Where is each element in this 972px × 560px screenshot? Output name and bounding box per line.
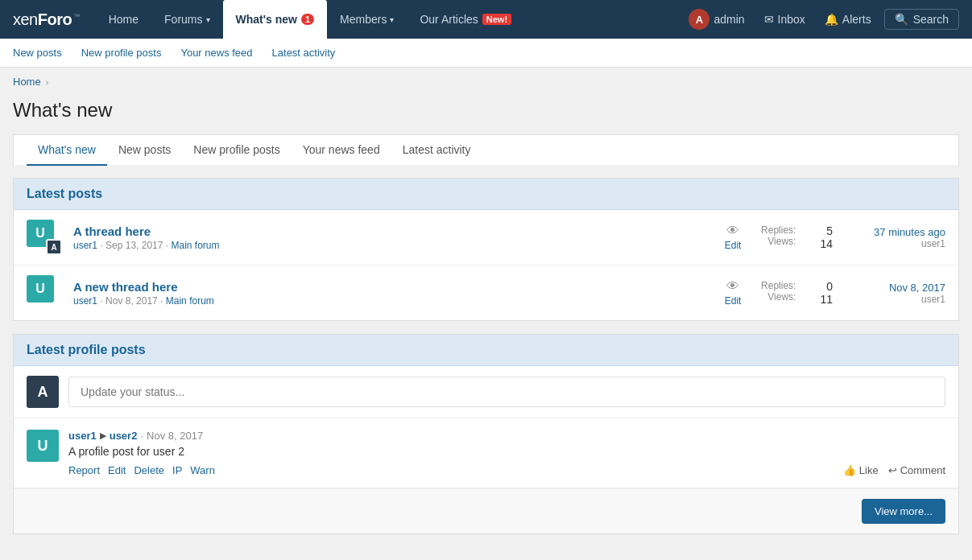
logo[interactable]: xenForo™ bbox=[13, 10, 80, 29]
comment-btn[interactable]: ↩ Comment bbox=[888, 464, 945, 476]
avatar-sub-1: A bbox=[46, 239, 62, 255]
profile-arrow: ▶ bbox=[100, 430, 106, 441]
avatar-stack-1: U A bbox=[27, 220, 62, 255]
thread-last-user-1: user1 bbox=[849, 238, 945, 249]
inbox-label: Inbox bbox=[778, 13, 805, 26]
admin-label: admin bbox=[713, 13, 744, 26]
thread-info-1: A thread here user1 · Sep 13, 2017 · Mai… bbox=[73, 224, 721, 251]
thread-forum-2[interactable]: Main forum bbox=[166, 295, 214, 307]
thread-timestamp-1: 37 minutes ago user1 bbox=[849, 226, 945, 249]
logo-xen: xen bbox=[13, 10, 38, 28]
thread-title-1[interactable]: A thread here bbox=[73, 224, 721, 238]
status-input[interactable] bbox=[68, 377, 945, 407]
top-nav: xenForo™ Home Forums ▾ What's new 1 Memb… bbox=[0, 0, 972, 39]
views-label-2: Views: bbox=[761, 291, 796, 303]
latest-posts-header: Latest posts bbox=[14, 179, 958, 210]
whats-new-badge: 1 bbox=[301, 14, 314, 25]
nav-home[interactable]: Home bbox=[96, 0, 151, 39]
edit-link-2[interactable]: Edit bbox=[725, 295, 742, 307]
views-count-2: 11 bbox=[820, 293, 833, 306]
tab-your-news-feed[interactable]: Your news feed bbox=[292, 135, 391, 166]
thread-row: U A A thread here user1 · Sep 13, 2017 ·… bbox=[14, 210, 958, 266]
thread-title-2[interactable]: A new thread here bbox=[73, 280, 721, 294]
thread-meta-2: user1 · Nov 8, 2017 · Main forum bbox=[73, 295, 721, 307]
thread-timestamp-2: Nov 8, 2017 user1 bbox=[849, 282, 945, 305]
thread-time-1: 37 minutes ago bbox=[849, 226, 945, 238]
members-dropdown-icon: ▾ bbox=[390, 15, 394, 24]
status-input-row: A bbox=[14, 366, 958, 418]
thread-last-user-2: user1 bbox=[849, 294, 945, 305]
latest-posts-section: Latest posts U A A thread here user1 · S… bbox=[13, 178, 959, 321]
view-more-btn[interactable]: View more... bbox=[862, 499, 945, 524]
subnav-new-profile-posts[interactable]: New profile posts bbox=[72, 39, 172, 68]
content-tabs: What's new New posts New profile posts Y… bbox=[13, 134, 959, 165]
tab-latest-activity[interactable]: Latest activity bbox=[391, 135, 482, 166]
breadcrumb-home[interactable]: Home bbox=[13, 76, 41, 88]
thumb-up-icon: 👍 bbox=[843, 464, 856, 476]
thread-author-1[interactable]: user1 bbox=[73, 240, 97, 251]
alerts-label: Alerts bbox=[842, 13, 871, 26]
logo-foro: Foro bbox=[38, 10, 72, 28]
alerts-btn[interactable]: 🔔 Alerts bbox=[818, 0, 878, 39]
profile-post-content: user1 ▶ user2 · Nov 8, 2017 A profile po… bbox=[68, 430, 945, 476]
thread-meta-1: user1 · Sep 13, 2017 · Main forum bbox=[73, 240, 721, 251]
eye-icon-2: 👁 bbox=[726, 279, 739, 294]
profile-post-row: U user1 ▶ user2 · Nov 8, 2017 A profile … bbox=[14, 418, 958, 488]
thread-info-2: A new thread here user1 · Nov 8, 2017 · … bbox=[73, 280, 721, 307]
profile-post-datetime: Nov 8, 2017 bbox=[147, 430, 203, 442]
inbox-btn[interactable]: ✉ Inbox bbox=[758, 0, 812, 39]
nav-members[interactable]: Members ▾ bbox=[327, 0, 407, 39]
nav-items: Home Forums ▾ What's new 1 Members ▾ Our… bbox=[96, 0, 683, 39]
nav-forums[interactable]: Forums ▾ bbox=[151, 0, 222, 39]
profile-post-actions: Report Edit Delete IP Warn 👍 Like ↩ Comm… bbox=[68, 464, 945, 476]
profile-from-user[interactable]: user1 bbox=[68, 430, 97, 442]
articles-badge: New! bbox=[482, 14, 511, 25]
nav-whats-new[interactable]: What's new 1 bbox=[223, 0, 328, 39]
avatar-stack-2: U bbox=[27, 275, 62, 311]
tab-new-posts[interactable]: New posts bbox=[107, 135, 182, 166]
profile-action-edit[interactable]: Edit bbox=[108, 464, 126, 476]
tab-whats-new[interactable]: What's new bbox=[27, 135, 107, 166]
views-label-1: Views: bbox=[761, 236, 796, 247]
like-label: Like bbox=[859, 464, 879, 476]
profile-action-report[interactable]: Report bbox=[68, 464, 100, 476]
profile-action-warn[interactable]: Warn bbox=[190, 464, 215, 476]
latest-profile-posts-header: Latest profile posts bbox=[14, 335, 958, 366]
profile-to-user[interactable]: user2 bbox=[110, 430, 138, 442]
thread-author-2[interactable]: user1 bbox=[73, 295, 97, 307]
tab-new-profile-posts[interactable]: New profile posts bbox=[182, 135, 291, 166]
profile-post-body: A profile post for user 2 bbox=[68, 445, 945, 458]
thread-date-1: Sep 13, 2017 bbox=[105, 240, 163, 251]
replies-count-1: 5 bbox=[820, 224, 833, 237]
search-label: Search bbox=[913, 13, 949, 26]
avatar-main-2: U bbox=[27, 275, 54, 303]
eye-icon-1: 👁 bbox=[726, 224, 739, 238]
profile-action-ip[interactable]: IP bbox=[172, 464, 182, 476]
subnav-latest-activity[interactable]: Latest activity bbox=[263, 39, 345, 68]
nav-our-articles[interactable]: Our Articles New! bbox=[407, 0, 524, 39]
search-btn[interactable]: 🔍 Search bbox=[884, 9, 959, 30]
thread-row-2: U A new thread here user1 · Nov 8, 2017 … bbox=[14, 266, 958, 320]
forums-dropdown-icon: ▾ bbox=[206, 15, 210, 24]
views-count-1: 14 bbox=[820, 237, 833, 250]
status-avatar: A bbox=[27, 376, 59, 408]
replies-label-1: Replies: bbox=[761, 224, 796, 236]
latest-profile-posts-section: Latest profile posts A U user1 ▶ user2 ·… bbox=[13, 334, 959, 534]
profile-post-header: user1 ▶ user2 · Nov 8, 2017 bbox=[68, 430, 945, 442]
subnav-new-posts[interactable]: New posts bbox=[13, 39, 72, 68]
reply-icon: ↩ bbox=[888, 464, 897, 476]
profile-action-delete[interactable]: Delete bbox=[134, 464, 164, 476]
admin-avatar: A bbox=[689, 9, 709, 30]
subnav-your-news-feed[interactable]: Your news feed bbox=[171, 39, 262, 68]
main-content: What's new New posts New profile posts Y… bbox=[0, 134, 972, 547]
latest-profile-posts-title: Latest profile posts bbox=[27, 343, 146, 356]
breadcrumb: Home › bbox=[0, 68, 972, 96]
edit-link-1[interactable]: Edit bbox=[725, 240, 742, 251]
admin-user-btn[interactable]: A admin bbox=[682, 0, 751, 39]
latest-posts-title: Latest posts bbox=[27, 187, 102, 200]
like-btn[interactable]: 👍 Like bbox=[843, 464, 879, 476]
thread-eye-edit-1: 👁 Edit bbox=[721, 224, 745, 251]
thread-replies-views-1: Replies: Views: 5 14 bbox=[761, 224, 833, 250]
profile-post-date: · bbox=[140, 430, 143, 442]
thread-forum-1[interactable]: Main forum bbox=[171, 240, 219, 251]
